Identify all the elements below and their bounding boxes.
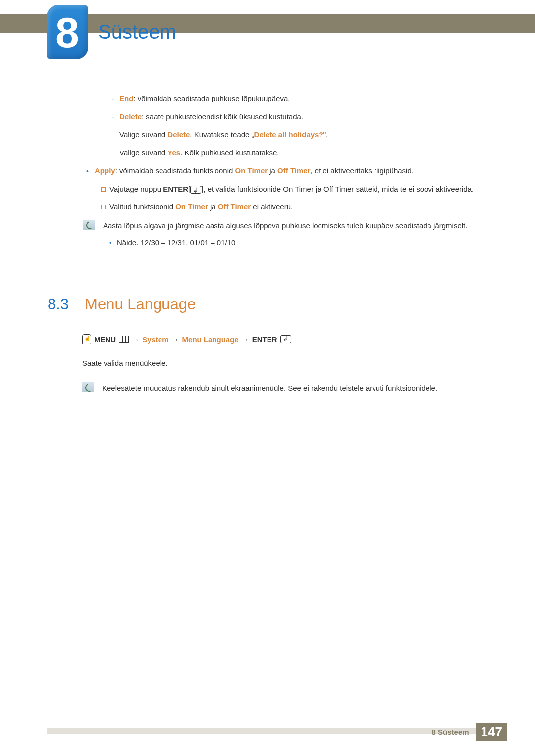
chapter-title: Süsteem (98, 21, 176, 43)
page-content: End: võimaldab seadistada puhkuse lõpuku… (48, 93, 487, 394)
text: Valige suvand (119, 149, 167, 157)
menu-path: MENU → System → Menu Language → ENTER (82, 334, 487, 344)
text: : saate puhkusteloendist kõik üksused ku… (142, 112, 303, 121)
term: Yes (167, 149, 180, 157)
text: : võimaldab seadistada funktsioonid (115, 166, 235, 175)
term: On Timer (235, 166, 268, 175)
text: ], et valida funktsioonide On Timer ja O… (201, 185, 474, 193)
section-title: Menu Language (85, 296, 196, 313)
chapter-number-badge: 8 (47, 5, 88, 59)
section-heading: 8.3 Menu Language (48, 296, 487, 313)
note-icon (82, 382, 94, 392)
list-item: Delete: saate puhkusteloendist kõik üksu… (48, 111, 487, 123)
section-number: 8.3 (48, 296, 69, 313)
path-menulanguage: Menu Language (182, 335, 239, 344)
term-delete: Delete (119, 112, 142, 121)
text: : võimaldab seadistada puhkuse lõpukuupä… (133, 94, 290, 102)
note-block: Aasta lõpus algava ja järgmise aasta alg… (83, 220, 487, 231)
footer-page-number: 147 (476, 723, 507, 741)
page-footer: 8 Süsteem 147 (0, 723, 535, 740)
note-text: Aasta lõpus algava ja järgmise aasta alg… (103, 220, 487, 231)
menu-icon (119, 336, 129, 343)
term: Off Timer (277, 166, 310, 175)
term: Delete all holidays? (254, 130, 323, 139)
term-apply: Apply (95, 166, 115, 175)
term: Delete (167, 130, 190, 139)
list-item: Vajutage nuppu ENTER[], et valida funkts… (48, 184, 487, 195)
term: On Timer (175, 202, 208, 211)
osd-icon (82, 334, 91, 344)
text: Valitud funktsioonid (109, 202, 175, 211)
body-text: Saate valida menüükeele. (82, 358, 487, 369)
example-text: Näide. 12/30 – 12/31, 01/01 – 01/10 (48, 237, 487, 249)
path-system: System (142, 335, 168, 344)
arrow-icon: → (242, 335, 249, 344)
list-item: Apply: võimaldab seadistada funktsioonid… (48, 165, 487, 177)
footer-chapter: 8 Süsteem (432, 728, 469, 736)
enter-icon (190, 186, 201, 194)
text: Valige suvand (119, 130, 167, 139)
text: , et ei aktiveeritaks riigipühasid. (311, 166, 414, 175)
text: ja (208, 202, 218, 211)
text: Vajutage nuppu (109, 185, 163, 193)
note-text: Keelesätete muudatus rakendub ainult ekr… (102, 382, 487, 394)
text: . Kõik puhkused kustutatakse. (180, 149, 279, 157)
menu-label: MENU (94, 335, 116, 344)
list-item: End: võimaldab seadistada puhkuse lõpuku… (48, 93, 487, 104)
enter-label: ENTER (252, 335, 277, 344)
text: . Kuvatakse teade „ (190, 130, 254, 139)
enter-icon (280, 335, 291, 343)
text: ". (323, 130, 328, 139)
text: ja (268, 166, 277, 175)
note-icon (83, 220, 95, 230)
list-item: Valitud funktsioonid On Timer ja Off Tim… (48, 202, 487, 213)
term: ENTER (163, 185, 188, 193)
term: Off Timer (218, 202, 251, 211)
term-end: End (119, 94, 133, 102)
list-item: Valige suvand Delete. Kuvatakse teade „D… (48, 129, 487, 141)
text: ei aktiveeru. (251, 202, 293, 211)
arrow-icon: → (172, 335, 179, 344)
list-item: Valige suvand Yes. Kõik puhkused kustuta… (48, 148, 487, 159)
note-block: Keelesätete muudatus rakendub ainult ekr… (82, 382, 487, 394)
arrow-icon: → (132, 335, 139, 344)
